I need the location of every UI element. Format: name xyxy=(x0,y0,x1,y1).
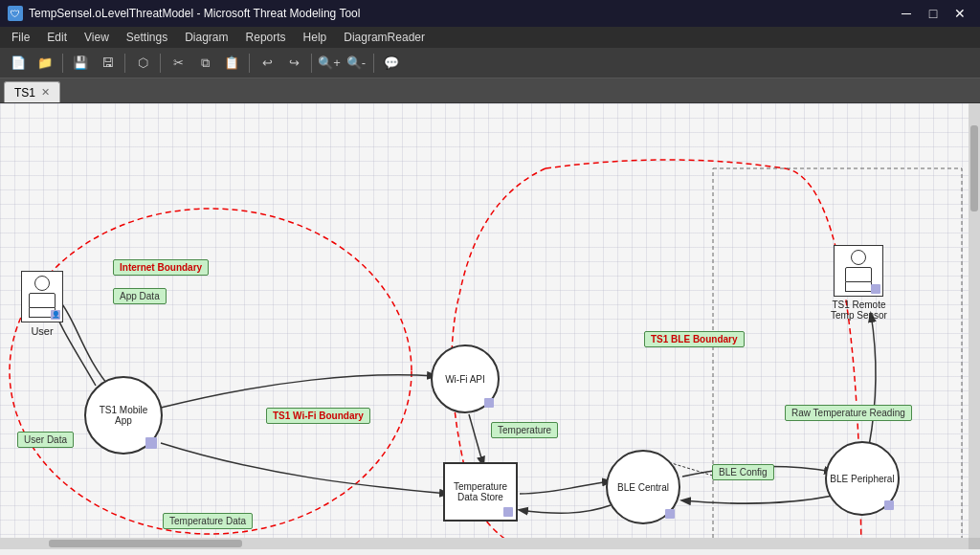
maximize-button[interactable]: □ xyxy=(921,4,946,23)
label-app-data: App Data xyxy=(113,288,167,304)
ts1-remote-label: TS1 RemoteTemp Sensor xyxy=(831,300,887,321)
title-bar: 🛡 TempSensel.oLevelThreatModel - Microso… xyxy=(0,0,980,27)
new-button[interactable]: 📄 xyxy=(6,52,31,75)
label-raw-temp: Raw Temperature Reading xyxy=(785,405,912,421)
zoom-in-button[interactable]: 🔍+ xyxy=(317,52,342,75)
close-button[interactable]: ✕ xyxy=(947,4,972,23)
label-temperature-1: Temperature xyxy=(491,422,558,438)
save-button[interactable]: 💾 xyxy=(68,52,93,75)
label-ble-config: BLE Config xyxy=(712,464,774,480)
vertical-scrollbar[interactable] xyxy=(969,103,980,538)
menu-edit[interactable]: Edit xyxy=(39,27,75,48)
undo-button[interactable]: ↩ xyxy=(255,52,279,75)
node-temp-datastore[interactable]: TemperatureData Store xyxy=(443,462,518,522)
menu-diagram[interactable]: Diagram xyxy=(177,27,235,48)
node-wifi-api[interactable]: Wi-Fi API xyxy=(431,344,500,413)
node-user[interactable]: 👤 User xyxy=(21,271,63,337)
canvas-area[interactable]: 👤 User TS1 Mobile App Wi-Fi API Temperat… xyxy=(0,103,980,549)
menu-bar: File Edit View Settings Diagram Reports … xyxy=(0,27,980,48)
menu-reports[interactable]: Reports xyxy=(238,27,294,48)
scroll-corner xyxy=(969,538,980,549)
comment-button[interactable]: 💬 xyxy=(379,52,404,75)
menu-settings[interactable]: Settings xyxy=(119,27,175,48)
save-as-button[interactable]: 🖫 xyxy=(95,52,120,75)
node-ble-peripheral[interactable]: BLE Peripheral xyxy=(825,441,900,516)
tab-ts1[interactable]: TS1 ✕ xyxy=(4,81,60,102)
node-mobile-app[interactable]: TS1 Mobile App xyxy=(84,376,163,455)
menu-diagramreader[interactable]: DiagramReader xyxy=(336,27,433,48)
window-controls[interactable]: ─ □ ✕ xyxy=(894,4,972,23)
label-internet-boundary: Internet Boundary xyxy=(113,259,209,276)
cut-button[interactable]: ✂ xyxy=(166,52,190,75)
redo-button[interactable]: ↪ xyxy=(281,52,306,75)
horizontal-scroll-thumb[interactable] xyxy=(49,540,242,547)
menu-help[interactable]: Help xyxy=(296,27,335,48)
user-label: User xyxy=(31,325,53,337)
tab-ts1-label: TS1 xyxy=(14,86,35,100)
export-button[interactable]: ⬡ xyxy=(130,52,155,75)
node-ts1-remote[interactable]: TS1 RemoteTemp Sensor xyxy=(831,245,887,321)
node-ble-central[interactable]: BLE Central xyxy=(606,450,680,524)
toolbar: 📄 📁 💾 🖫 ⬡ ✂ ⧉ 📋 ↩ ↪ 🔍+ 🔍- 💬 xyxy=(0,48,980,78)
canvas-wrapper[interactable]: 👤 User TS1 Mobile App Wi-Fi API Temperat… xyxy=(0,103,980,549)
vertical-scroll-thumb[interactable] xyxy=(970,125,978,212)
tab-bar: TS1 ✕ xyxy=(0,78,980,103)
menu-view[interactable]: View xyxy=(77,27,117,48)
menu-file[interactable]: File xyxy=(4,27,37,48)
window-title: TempSensel.oLevelThreatModel - Microsoft… xyxy=(29,7,360,20)
minimize-button[interactable]: ─ xyxy=(894,4,919,23)
label-temperature-data: Temperature Data xyxy=(163,513,253,529)
label-user-data: User Data xyxy=(17,432,74,448)
label-ble-boundary: TS1 BLE Boundary xyxy=(644,331,745,347)
tab-ts1-close[interactable]: ✕ xyxy=(41,86,50,99)
app-icon: 🛡 xyxy=(8,6,23,21)
paste-button[interactable]: 📋 xyxy=(219,52,244,75)
copy-button[interactable]: ⧉ xyxy=(192,52,217,75)
zoom-out-button[interactable]: 🔍- xyxy=(344,52,368,75)
open-button[interactable]: 📁 xyxy=(33,52,57,75)
label-wifi-boundary: TS1 Wi-Fi Boundary xyxy=(266,408,370,424)
horizontal-scrollbar[interactable] xyxy=(0,538,969,549)
